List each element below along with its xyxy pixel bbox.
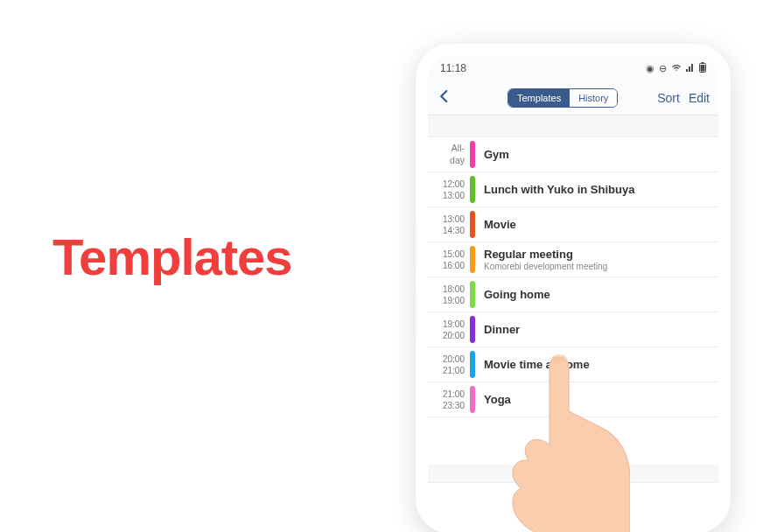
battery-icon: [699, 62, 706, 74]
event-title: Movie: [484, 218, 710, 231]
phone-screen: 11:18 ◉ ⊖ Templates Histor: [428, 56, 718, 522]
event-title: Dinner: [484, 323, 710, 336]
template-row[interactable]: 21:0023:30Yoga: [428, 382, 718, 417]
event-title: Regular meeting: [484, 248, 710, 261]
row-content: Gym: [475, 137, 718, 172]
add-template-button[interactable]: template: [428, 482, 718, 522]
tab-history[interactable]: History: [570, 89, 617, 107]
page-heading: Templates: [52, 228, 292, 286]
phone-frame: 11:18 ◉ ⊖ Templates Histor: [416, 44, 731, 532]
segmented-control: Templates History: [508, 88, 618, 108]
template-row[interactable]: 18:0019:00Going home: [428, 277, 718, 312]
nav-bar: Templates History Sort Edit: [428, 80, 718, 116]
event-title: Movie time at home: [484, 358, 710, 371]
svg-rect-2: [701, 65, 705, 72]
row-content: Going home: [475, 277, 718, 312]
time-label: 13:0014:30: [428, 207, 470, 242]
edit-button[interactable]: Edit: [689, 91, 710, 105]
row-content: Regular meetingKomorebi development meet…: [475, 242, 718, 276]
event-title: Yoga: [484, 393, 710, 406]
time-label: 18:0019:00: [428, 277, 470, 312]
status-bar: 11:18 ◉ ⊖: [428, 56, 718, 80]
template-row[interactable]: 19:0020:00Dinner: [428, 312, 718, 347]
row-content: Movie: [475, 207, 718, 242]
eye-icon: ◉: [646, 63, 654, 74]
time-label: 15:0016:00: [428, 242, 470, 276]
row-content: Yoga: [475, 382, 718, 416]
time-label: 21:0023:30: [428, 382, 470, 416]
event-title: Going home: [484, 288, 710, 301]
time-label: 19:0020:00: [428, 312, 470, 346]
event-title: Gym: [484, 148, 710, 161]
template-list: All-dayGym12:0013:00Lunch with Yuko in S…: [428, 136, 718, 465]
time-label: 12:0013:00: [428, 172, 470, 206]
status-icons: ◉ ⊖: [646, 62, 706, 74]
template-row[interactable]: All-dayGym: [428, 137, 718, 172]
row-content: Lunch with Yuko in Shibuya: [475, 172, 718, 206]
time-label: 20:0021:00: [428, 347, 470, 382]
status-time: 11:18: [440, 62, 466, 74]
row-content: Dinner: [475, 312, 718, 346]
wifi-icon: [671, 63, 682, 74]
dnd-icon: ⊖: [659, 63, 667, 74]
sort-button[interactable]: Sort: [657, 91, 680, 105]
event-subtitle: Komorebi development meeting: [484, 262, 710, 271]
back-button[interactable]: [437, 88, 452, 108]
time-label: All-day: [428, 137, 470, 172]
tab-templates[interactable]: Templates: [508, 89, 570, 107]
template-row[interactable]: 12:0013:00Lunch with Yuko in Shibuya: [428, 172, 718, 207]
template-row[interactable]: 13:0014:30Movie: [428, 207, 718, 242]
template-row[interactable]: 15:0016:00Regular meetingKomorebi develo…: [428, 242, 718, 277]
chevron-left-icon: [437, 88, 452, 104]
template-row[interactable]: 20:0021:00Movie time at home: [428, 347, 718, 382]
signal-icon: [686, 63, 695, 74]
event-title: Lunch with Yuko in Shibuya: [484, 183, 710, 196]
row-content: Movie time at home: [475, 347, 718, 382]
